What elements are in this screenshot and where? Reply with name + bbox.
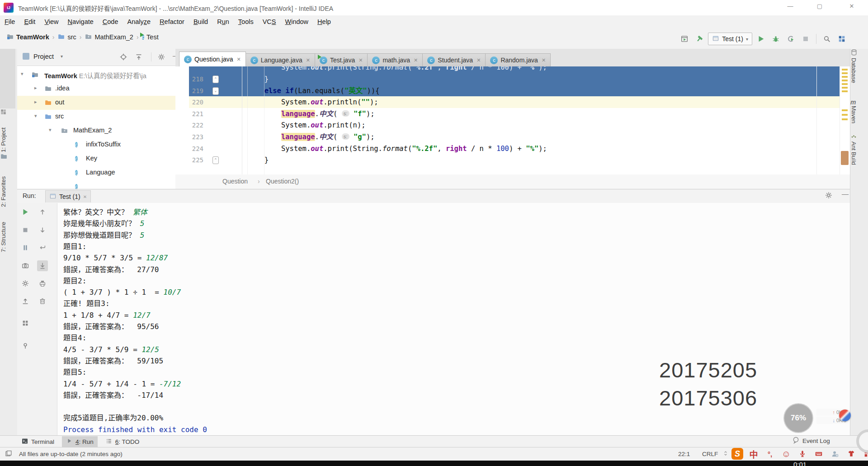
sidebar-item-project[interactable]: 1: Project [0,117,7,152]
chevron-right-icon[interactable]: ▸ [34,85,37,91]
stripe-mark[interactable] [842,118,848,120]
build-button[interactable] [693,33,706,45]
close-icon[interactable]: ✕ [359,57,363,63]
stripe-mark[interactable] [842,109,848,111]
stripe-mark[interactable] [842,90,848,92]
menu-tools[interactable]: Tools [234,15,258,25]
tree-item-.idea[interactable]: ▸.idea [17,82,175,96]
toolwindow-button-6-todo[interactable]: 6: TODO [101,436,144,447]
close-icon[interactable]: ✕ [414,57,418,63]
chevron-down-icon[interactable]: ▾ [34,113,37,119]
tree-item-src[interactable]: ▾src [17,110,175,124]
menu-help[interactable]: Help [313,15,335,25]
gear-icon[interactable] [157,53,165,63]
tab-Language-java[interactable]: cLanguage.java✕ [245,53,315,66]
fold-marker-icon[interactable]: ⌃ [212,75,219,83]
project-structure-button[interactable] [835,33,848,45]
maximize-button[interactable]: ▢ [811,3,829,13]
menu-build[interactable]: Build [189,15,212,25]
tree-item-out[interactable]: ▸out [17,96,175,110]
stripe-mark[interactable] [842,69,848,71]
close-icon[interactable]: ✕ [476,57,481,63]
skin-icon[interactable] [845,448,857,460]
run-button[interactable] [755,33,767,45]
sogou-s-icon[interactable]: S [731,448,743,460]
speed-widget-percent[interactable]: 76% [783,403,813,433]
close-icon[interactable]: ✕ [542,57,546,63]
assistant-ball-icon[interactable] [839,410,851,421]
line-ending-selector[interactable]: CRLF [702,451,718,457]
breadcrumb-item-teamwork[interactable]: TeamWork [6,33,49,42]
menu-refactor[interactable]: Refactor [155,15,189,25]
close-icon[interactable]: ✕ [306,57,310,63]
debug-button[interactable] [769,33,782,45]
sidebar-item-structure[interactable]: 7: Structure [0,207,7,252]
menu-window[interactable]: Window [281,15,313,25]
close-icon[interactable]: ✕ [237,56,241,62]
menu-edit[interactable]: Edit [19,15,40,25]
tab-Random-java[interactable]: cRandom.java✕ [485,53,551,66]
stripe-mark[interactable] [842,87,848,89]
smiley-icon[interactable]: ☺ [780,448,792,460]
account-icon[interactable] [829,448,841,460]
breadcrumb-class[interactable]: Question [222,178,248,185]
keyboard-icon[interactable] [813,448,825,460]
stripe-mark[interactable] [842,80,848,81]
toolwindow-quick-access-icon[interactable] [5,450,12,459]
gear-icon[interactable] [825,191,833,201]
menu-file[interactable]: File [0,15,19,25]
search-everywhere-button[interactable] [821,33,833,45]
caret-position[interactable]: 22:1 [678,451,690,457]
collapse-all-icon[interactable] [135,53,143,63]
breadcrumb-method[interactable]: Question2() [266,178,299,185]
menu-vcs[interactable]: VCS [258,15,281,25]
chevron-down-icon[interactable]: ▾ [21,71,24,77]
fold-marker-icon[interactable]: ⌃ [212,156,219,164]
tab-Student-java[interactable]: cStudent.java✕ [422,53,486,66]
stripe-mark[interactable] [842,83,848,85]
menu-code[interactable]: Code [98,15,123,25]
code-editor[interactable]: System.out.print(String.format("%.2f", r… [175,66,850,174]
menu-analyze[interactable]: Analyze [123,15,156,25]
project-panel-title[interactable]: Project [33,53,54,60]
sidebar-item-favorites[interactable]: 2: Favorites [0,162,7,207]
minimize-button[interactable]: — [781,3,799,13]
tab-Question-java[interactable]: cQuestion.java✕ [179,52,246,66]
close-button[interactable]: ✕ [843,3,861,13]
menu-run[interactable]: Run [212,15,234,25]
breadcrumb-item-mathexam_2[interactable]: MathExam_2 [85,33,133,42]
close-icon[interactable]: ✕ [83,194,87,199]
tree-item-infixToSuffix[interactable]: cinfixToSuffix [17,138,175,152]
stop-button[interactable] [799,33,812,45]
run-tab[interactable]: Test (1) ✕ [45,190,91,202]
sidebar-item-database[interactable]: Database [850,58,857,99]
fold-marker-icon[interactable]: ⌄ [212,87,219,95]
tree-item-partial[interactable]: c [17,180,175,189]
menu-navigate[interactable]: Navigate [63,15,98,25]
toolwindows-button[interactable] [678,33,691,45]
error-stripe[interactable] [840,66,850,174]
locate-file-icon[interactable] [119,53,127,63]
breadcrumb-item-src[interactable]: src [57,33,76,42]
stripe-mark[interactable] [842,76,848,78]
chevron-down-icon[interactable]: ▾ [61,54,63,59]
sidebar-item-ant-build[interactable]: Ant Build [850,141,857,178]
punct-mode-icon[interactable]: °, [764,448,776,460]
menu-view[interactable]: View [40,15,63,25]
tree-item-Language[interactable]: cLanguage [17,166,175,180]
tree-item-MathExam_2[interactable]: ▾MathExam_2 [17,124,175,138]
sidebar-item-maven[interactable]: Maven [850,106,857,133]
mic-icon[interactable] [797,448,808,460]
stripe-mark[interactable] [842,114,848,116]
chevron-down-icon[interactable]: ▾ [49,127,52,133]
chevron-right-icon[interactable]: ▸ [34,99,37,105]
run-with-coverage-button[interactable] [784,33,797,45]
scrollbar-thumb[interactable] [841,151,849,165]
tree-item-TeamWork[interactable]: ▾TeamWork E:\认真的侯颖好好看\ja [17,68,175,82]
toolwindow-button-4-run[interactable]: 4: Run [62,436,98,447]
tab-math-java[interactable]: cmath.java✕ [367,53,423,66]
hide-panel-icon[interactable]: — [842,190,849,198]
breadcrumb-item-test[interactable]: cTest [142,33,159,41]
run-configuration-selector[interactable]: Test (1)▾ [708,33,752,45]
stripe-mark[interactable] [842,72,848,74]
